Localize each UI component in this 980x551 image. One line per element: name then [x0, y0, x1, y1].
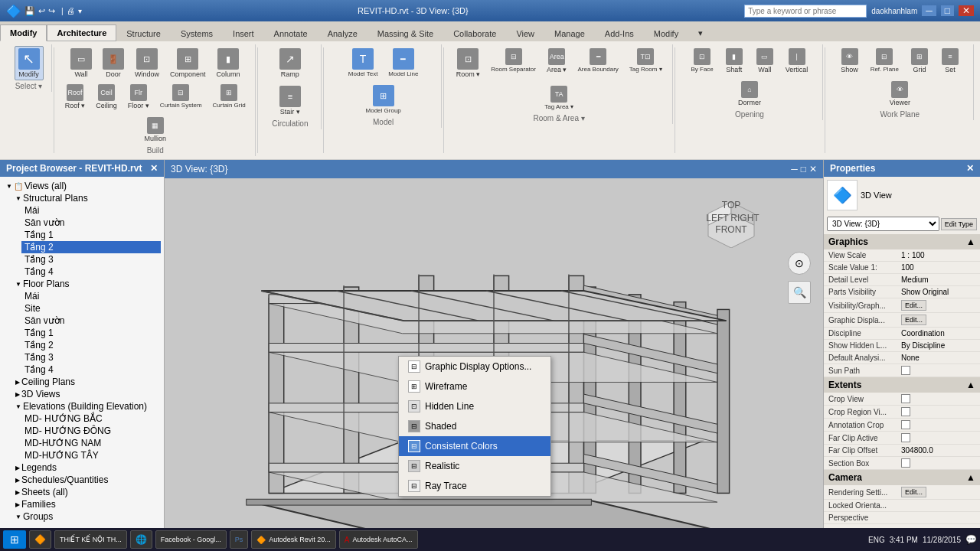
- maximize-button[interactable]: □: [941, 5, 954, 16]
- area-button[interactable]: Area Area ▾: [543, 46, 571, 80]
- tab-modify[interactable]: Modify: [0, 24, 47, 41]
- tree-item-tang3-2[interactable]: Tầng 3: [21, 351, 161, 364]
- column-button[interactable]: ▮ Column: [213, 46, 244, 80]
- ramp-button[interactable]: ↗ Ramp: [276, 46, 305, 80]
- quick-access-redo[interactable]: ↪: [48, 6, 55, 16]
- tab-insert[interactable]: Insert: [223, 25, 264, 41]
- grid-button[interactable]: ⊞ Grid: [906, 46, 933, 76]
- quick-access-undo[interactable]: ↩: [38, 6, 45, 16]
- tab-annotate[interactable]: Annotate: [264, 25, 318, 41]
- area-boundary-button[interactable]: ━ Area Boundary: [573, 46, 622, 80]
- tree-item-floor-plans[interactable]: ▼ Floor Plans: [12, 278, 161, 290]
- edit-type-button[interactable]: Edit Type: [941, 218, 977, 230]
- tree-item-groups[interactable]: ▼ Groups: [12, 510, 161, 523]
- crop-region-checkbox[interactable]: [901, 407, 910, 416]
- menu-item-realistic[interactable]: ⊟ Realistic: [399, 456, 550, 476]
- navigation-cube[interactable]: FRONT LEFT RIGHT TOP: [701, 187, 762, 248]
- tree-item-tang3-1[interactable]: Tầng 3: [21, 253, 161, 266]
- roof-button[interactable]: Roof Roof ▾: [61, 82, 90, 112]
- menu-item-consistent-colors[interactable]: ⊟ Consistent Colors: [399, 436, 550, 456]
- stair-button[interactable]: ≡ Stair ▾: [276, 83, 305, 118]
- vertical-button[interactable]: | Vertical: [782, 46, 812, 76]
- tab-systems[interactable]: Systems: [171, 25, 223, 41]
- tree-item-san-vuon-1[interactable]: Sân vườn: [21, 217, 161, 229]
- tree-item-tang2-1[interactable]: Tầng 2: [21, 241, 161, 253]
- graphic-display-button[interactable]: Edit...: [901, 315, 926, 325]
- tree-item-structural-plans[interactable]: ▼ Structural Plans: [12, 192, 161, 204]
- taskbar-app-photoshop[interactable]: Ps: [230, 530, 249, 549]
- tab-collaborate[interactable]: Collaborate: [443, 25, 506, 41]
- wall-opening-button[interactable]: ▭ Wall: [751, 46, 779, 76]
- visibility-graph-button[interactable]: Edit...: [901, 300, 926, 311]
- tree-item-families[interactable]: ▶ Families: [12, 498, 161, 510]
- tab-more[interactable]: ▾: [688, 24, 713, 41]
- tree-item-san-vuon-2[interactable]: Sân vườn: [21, 315, 161, 327]
- tree-item-huong-tay[interactable]: MD-HƯỚNG TÂY: [21, 449, 161, 461]
- shaft-button[interactable]: ▮ Shaft: [720, 46, 748, 76]
- tree-item-tang2-2[interactable]: Tầng 2: [21, 339, 161, 351]
- wall-button[interactable]: ▭ Wall: [67, 46, 96, 80]
- rendering-settings-button[interactable]: Edit...: [901, 487, 926, 497]
- zoom-button[interactable]: 🔍: [788, 281, 811, 304]
- taskbar-browser-icon[interactable]: 🌐: [130, 530, 152, 549]
- ref-plane-button[interactable]: ⊟ Ref. Plane: [867, 46, 903, 76]
- taskbar-app-thiet-ke[interactable]: THIẾT KẾ NỘI TH...: [54, 530, 127, 549]
- window-button[interactable]: ⊡ Window: [131, 46, 163, 80]
- taskbar-app-autocad[interactable]: A Autodesk AutoCA...: [339, 530, 418, 549]
- browser-close-button[interactable]: ✕: [150, 163, 158, 174]
- model-line-button[interactable]: ━ Model Line: [384, 46, 422, 80]
- tab-architecture[interactable]: Architecture: [47, 24, 116, 41]
- notifications-icon[interactable]: 💬: [965, 534, 977, 545]
- taskbar-app-revit-icon[interactable]: 🔶: [29, 530, 51, 549]
- menu-item-hidden-line[interactable]: ⊡ Hidden Line: [399, 396, 550, 416]
- tree-item-site[interactable]: Site: [21, 302, 161, 315]
- model-text-button[interactable]: T Model Text: [345, 46, 382, 80]
- prop-value-discipline[interactable]: Coordination: [901, 329, 975, 337]
- model-group-button[interactable]: ⊞ Model Group: [362, 83, 405, 116]
- crop-view-checkbox[interactable]: [901, 394, 910, 403]
- tree-item-sheets[interactable]: ▶ Sheets (all): [12, 486, 161, 498]
- menu-item-ray-trace[interactable]: ⊟ Ray Trace: [399, 476, 550, 496]
- search-input[interactable]: [744, 5, 867, 18]
- far-clip-checkbox[interactable]: [901, 433, 910, 442]
- tree-item-views-all[interactable]: ▼ 📋 Views (all): [3, 180, 161, 192]
- type-dropdown[interactable]: 3D View: {3D}: [827, 217, 939, 231]
- viewport-restore-icon[interactable]: □: [801, 164, 806, 174]
- dormer-button[interactable]: ⌂ Dormer: [734, 79, 765, 109]
- quick-access-print[interactable]: 🖨: [67, 6, 75, 15]
- tree-item-ceiling-plans[interactable]: ▶ Ceiling Plans: [12, 376, 161, 388]
- tree-item-mai-1[interactable]: Mái: [21, 204, 161, 217]
- prop-value-show-hidden[interactable]: By Discipline: [901, 341, 975, 350]
- close-button[interactable]: ✕: [959, 5, 974, 16]
- taskbar-app-revit[interactable]: 🔶 Autodesk Revit 20...: [251, 530, 336, 549]
- prop-value-scale-value[interactable]: 100: [901, 263, 975, 272]
- prop-value-far-clip-offset[interactable]: 304800.0: [901, 446, 975, 455]
- extents-section-header[interactable]: Extents ▲: [824, 377, 980, 393]
- tab-massing[interactable]: Massing & Site: [368, 25, 443, 41]
- set-button[interactable]: ≡ Set: [936, 46, 964, 76]
- tree-item-tang4-1[interactable]: Tầng 4: [21, 266, 161, 278]
- tree-item-tang4-2[interactable]: Tầng 4: [21, 364, 161, 376]
- tab-view[interactable]: View: [506, 25, 544, 41]
- tab-modify2[interactable]: Modify: [644, 25, 688, 41]
- tree-item-schedules[interactable]: ▶ Schedules/Quantities: [12, 474, 161, 486]
- minimize-button[interactable]: ─: [922, 5, 936, 16]
- tree-item-elevations[interactable]: ▼ Elevations (Building Elevation): [12, 400, 161, 412]
- tab-addins[interactable]: Add-Ins: [595, 25, 644, 41]
- tree-item-mai-2[interactable]: Mái: [21, 290, 161, 302]
- section-box-checkbox[interactable]: [901, 458, 910, 468]
- graphics-section-header[interactable]: Graphics ▲: [824, 234, 980, 249]
- tab-analyze[interactable]: Analyze: [318, 25, 368, 41]
- tree-item-huong-dong[interactable]: MD- HƯỚNG ĐÔNG: [21, 425, 161, 437]
- door-button[interactable]: 🚪 Door: [99, 46, 128, 80]
- floor-button[interactable]: Flr Floor ▾: [124, 82, 153, 112]
- curtain-grid-button[interactable]: ⊞ Curtain Grid: [209, 82, 250, 112]
- prop-value-detail-level[interactable]: Medium: [901, 276, 975, 284]
- start-button[interactable]: ⊞: [3, 530, 26, 549]
- annotation-crop-checkbox[interactable]: [901, 420, 910, 429]
- viewer-button[interactable]: 👁 Viewer: [886, 79, 914, 109]
- tab-structure[interactable]: Structure: [116, 25, 171, 41]
- ceiling-button[interactable]: Ceil Ceiling: [92, 82, 121, 112]
- steering-wheel-button[interactable]: ⊙: [788, 252, 811, 275]
- viewport-close-icon[interactable]: ✕: [809, 164, 817, 174]
